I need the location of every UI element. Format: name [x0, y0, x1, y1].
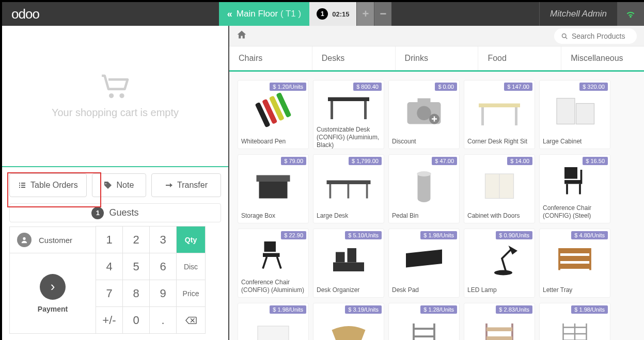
note-label: Note [116, 181, 134, 190]
product-card[interactable]: $ 1.98/Units [238, 303, 309, 340]
price-tag: $ 0.90/Units [496, 231, 532, 239]
key-8[interactable]: 8 [122, 280, 150, 307]
order-number-badge: 1 [317, 8, 328, 20]
product-name: Large Desk [313, 210, 384, 223]
category-tab[interactable]: Desks [312, 46, 396, 70]
key-0[interactable]: 0 [122, 306, 150, 334]
product-name: Whiteboard Pen [238, 136, 308, 149]
price-tag: $ 3.19/Units [345, 305, 382, 314]
product-card[interactable]: $ 22.90Conference Chair (CONFIG) (Alumin… [238, 229, 309, 298]
remove-order-button[interactable]: − [374, 2, 391, 26]
home-button[interactable] [237, 29, 247, 42]
product-card[interactable]: $ 147.00Corner Desk Right Sit [464, 80, 535, 149]
price-tag: $ 5.10/Units [345, 231, 382, 239]
product-name: LED Lamp [464, 284, 535, 297]
key-2[interactable]: 2 [122, 226, 150, 253]
connection-status-button[interactable] [617, 2, 644, 26]
key-5[interactable]: 5 [122, 253, 150, 280]
product-name: Conference Chair (CONFIG) (Steel) [540, 202, 610, 223]
product-card[interactable]: $ 79.00Storage Box [238, 154, 309, 223]
key-price[interactable]: Price [176, 280, 206, 307]
order-panel: Your shopping cart is empty Table Orders… [2, 26, 229, 340]
price-tag: $ 14.00 [507, 157, 532, 165]
key-6[interactable]: 6 [149, 253, 177, 280]
product-card[interactable]: $ 1,799.00Large Desk [313, 154, 384, 223]
product-card[interactable]: $ 14.00Cabinet with Doors [464, 154, 535, 223]
transfer-button[interactable]: Transfer [151, 173, 221, 197]
category-tabs: Chairs Desks Drinks Food Miscellaneous [229, 46, 644, 72]
price-tag: $ 0.00 [435, 83, 457, 91]
category-tab[interactable]: Food [478, 46, 561, 70]
price-tag: $ 2.83/Units [496, 305, 532, 314]
user-icon [17, 233, 32, 247]
product-card[interactable]: $ 800.40Customizable Desk (CONFIG) (Alum… [313, 80, 384, 149]
key-4[interactable]: 4 [96, 253, 123, 280]
chevron-right-icon: › [40, 274, 66, 300]
product-grid: $ 1.20/UnitsWhiteboard Pen$ 800.40Custom… [229, 72, 644, 340]
category-tab[interactable]: Miscellaneous [561, 46, 644, 70]
svg-point-0 [109, 93, 114, 98]
product-card[interactable]: $ 0.90/UnitsLED Lamp [464, 229, 535, 298]
product-card[interactable]: $ 1.20/UnitsWhiteboard Pen [238, 80, 309, 149]
key-1[interactable]: 1 [96, 226, 123, 253]
order-tab[interactable]: 1 02:15 [309, 2, 356, 26]
app-header: odoo « Main Floor ( T1 ) 1 02:15 + − Mit… [2, 2, 644, 26]
product-card[interactable]: $ 1.98/Units [539, 303, 610, 340]
product-name: Customizable Desk (CONFIG) (Aluminium, B… [313, 124, 384, 149]
floor-selector-button[interactable]: « Main Floor ( T1 ) [219, 2, 309, 26]
numeric-keypad: 1 2 3 Qty 4 5 6 Disc 7 8 9 Price +/- 0 . [96, 226, 206, 334]
payment-label: Payment [38, 305, 68, 313]
add-order-button[interactable]: + [356, 2, 374, 26]
product-card[interactable]: $ 0.00Discount [388, 80, 460, 149]
product-name: Pedal Bin [389, 210, 459, 223]
brand-logo: odoo [2, 6, 49, 22]
price-tag: $ 1.98/Units [571, 305, 608, 314]
keypad-area: Customer › Payment 1 2 3 Qty 4 5 6 Disc … [2, 226, 228, 340]
product-card[interactable]: $ 4.80/UnitsLetter Tray [539, 229, 610, 298]
arrow-right-icon [165, 181, 173, 189]
search-icon [561, 33, 568, 40]
price-tag: $ 22.90 [281, 231, 306, 239]
product-card[interactable]: $ 47.00Pedal Bin [388, 154, 460, 223]
transfer-label: Transfer [177, 181, 208, 190]
customer-button[interactable]: Customer [9, 226, 96, 253]
empty-cart: Your shopping cart is empty [2, 26, 228, 166]
product-card[interactable]: $ 2.83/Units [464, 303, 535, 340]
guests-label: Guests [109, 207, 138, 218]
key-7[interactable]: 7 [96, 280, 123, 307]
guests-button[interactable]: 1 Guests [9, 203, 221, 222]
table-orders-button[interactable]: Table Orders [9, 173, 87, 197]
key-disc[interactable]: Disc [176, 253, 206, 280]
product-card[interactable]: $ 1.98/UnitsDesk Pad [388, 229, 460, 298]
price-tag: $ 147.00 [504, 83, 532, 91]
product-card[interactable]: $ 1.28/Units [388, 303, 460, 340]
chevron-left-icon: « [227, 9, 232, 20]
note-button[interactable]: Note [92, 173, 146, 197]
category-tab[interactable]: Drinks [396, 46, 479, 70]
key-dot[interactable]: . [149, 306, 177, 334]
product-toolbar [229, 26, 644, 46]
product-name: Cabinet with Doors [464, 210, 535, 223]
product-card[interactable]: $ 16.50Conference Chair (CONFIG) (Steel) [539, 154, 610, 223]
key-3[interactable]: 3 [149, 226, 177, 253]
product-card[interactable]: $ 5.10/UnitsDesk Organizer [313, 229, 384, 298]
product-card[interactable]: $ 3.19/Units [313, 303, 384, 340]
key-9[interactable]: 9 [149, 280, 177, 307]
price-tag: $ 1.98/Units [270, 305, 306, 314]
key-qty[interactable]: Qty [176, 226, 206, 253]
svg-point-2 [562, 34, 566, 37]
product-name: Desk Organizer [313, 284, 384, 297]
product-card[interactable]: $ 320.00Large Cabinet [539, 80, 610, 149]
home-icon [237, 29, 247, 40]
key-sign[interactable]: +/- [96, 306, 123, 334]
product-name: Desk Pad [389, 284, 459, 297]
product-search[interactable] [554, 28, 637, 44]
search-input[interactable] [572, 32, 630, 40]
key-backspace[interactable] [176, 306, 206, 334]
order-action-row: Table Orders Note Transfer [2, 167, 228, 203]
payment-button[interactable]: › Payment [9, 253, 96, 334]
price-tag: $ 320.00 [579, 83, 608, 91]
empty-cart-text: Your shopping cart is empty [52, 107, 179, 119]
category-tab[interactable]: Chairs [229, 46, 312, 70]
user-menu-button[interactable]: Mitchell Admin [539, 2, 617, 26]
